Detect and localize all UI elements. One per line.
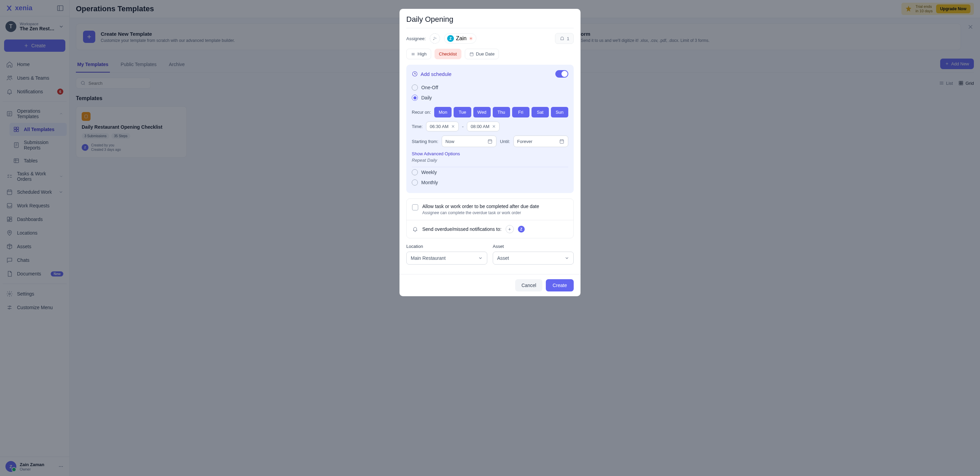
radio-daily[interactable]: Daily	[412, 93, 568, 103]
recur-label: Recur on:	[412, 110, 431, 115]
calendar-icon	[469, 52, 474, 56]
day-thu[interactable]: Thu	[493, 107, 510, 117]
svg-point-29	[434, 37, 435, 38]
category-chip[interactable]: Checklist	[434, 49, 461, 59]
clear-icon[interactable]: ✕	[451, 124, 455, 129]
day-sun[interactable]: Sun	[551, 107, 568, 117]
due-date-chip[interactable]: Due Date	[465, 49, 499, 59]
assignee-chip[interactable]: Z Zain	[444, 34, 476, 43]
repeat-summary: Repeat Daily	[412, 158, 568, 167]
asset-label: Asset	[493, 244, 574, 249]
allow-overdue-row[interactable]: Allow task or work order to be completed…	[412, 204, 568, 215]
remove-assignee-button[interactable]	[469, 36, 473, 41]
advanced-options-link[interactable]: Show Advanced Options	[412, 151, 568, 156]
time-label: Time:	[412, 124, 423, 129]
clock-icon	[412, 71, 418, 77]
schedule-panel: Add schedule One-Off Daily Recur on: Mon…	[406, 65, 574, 193]
until-date-input[interactable]: Forever	[514, 136, 568, 147]
day-fri[interactable]: Fri	[512, 107, 530, 117]
add-assignee-button[interactable]	[430, 34, 440, 43]
calendar-icon	[487, 139, 493, 144]
start-label: Starting from:	[412, 139, 438, 144]
create-button[interactable]: Create	[546, 279, 574, 291]
day-tue[interactable]: Tue	[453, 107, 471, 117]
x-circle-icon	[469, 36, 473, 41]
notify-label: Send overdue/missed notifications to:	[422, 227, 501, 232]
priority-icon	[411, 52, 415, 56]
calendar-icon	[559, 139, 565, 144]
time-to[interactable]: 08:00 AM✕	[467, 121, 500, 131]
radio-weekly[interactable]: Weekly	[412, 167, 568, 177]
modal-overlay[interactable]: Daily Opening Assignee: Z Zain 1 High Ch…	[0, 0, 980, 476]
create-task-modal: Daily Opening Assignee: Z Zain 1 High Ch…	[399, 9, 581, 296]
svg-rect-31	[470, 53, 473, 56]
modal-title[interactable]: Daily Opening	[406, 15, 574, 28]
radio-one-off[interactable]: One-Off	[412, 82, 568, 93]
assignee-label: Assignee:	[406, 36, 426, 41]
start-date-input[interactable]: Now	[442, 136, 496, 147]
priority-chip[interactable]: High	[406, 49, 431, 59]
day-mon[interactable]: Mon	[434, 107, 452, 117]
time-from[interactable]: 06:30 AM✕	[426, 121, 459, 131]
allow-overdue-checkbox[interactable]	[412, 204, 418, 211]
notify-user-avatar[interactable]: Z	[518, 226, 525, 233]
bell-icon	[559, 36, 565, 41]
assignee-avatar: Z	[447, 35, 454, 42]
bell-icon	[412, 226, 418, 232]
asset-select[interactable]: Asset	[493, 252, 574, 265]
clear-icon[interactable]: ✕	[492, 124, 496, 129]
schedule-title: Add schedule	[421, 71, 553, 77]
chevron-down-icon	[478, 256, 483, 260]
user-plus-icon	[433, 36, 437, 41]
until-label: Until:	[500, 139, 510, 144]
day-sat[interactable]: Sat	[531, 107, 549, 117]
chevron-down-icon	[565, 256, 569, 260]
schedule-toggle[interactable]	[555, 70, 568, 78]
svg-rect-34	[560, 140, 564, 143]
add-notify-user-button[interactable]: +	[506, 225, 514, 233]
location-label: Location	[406, 244, 487, 249]
location-select[interactable]: Main Restaurant	[406, 252, 487, 265]
cancel-button[interactable]: Cancel	[515, 279, 542, 291]
day-wed[interactable]: Wed	[473, 107, 491, 117]
svg-rect-33	[488, 140, 492, 143]
radio-monthly[interactable]: Monthly	[412, 177, 568, 188]
reminder-button[interactable]: 1	[555, 33, 574, 44]
